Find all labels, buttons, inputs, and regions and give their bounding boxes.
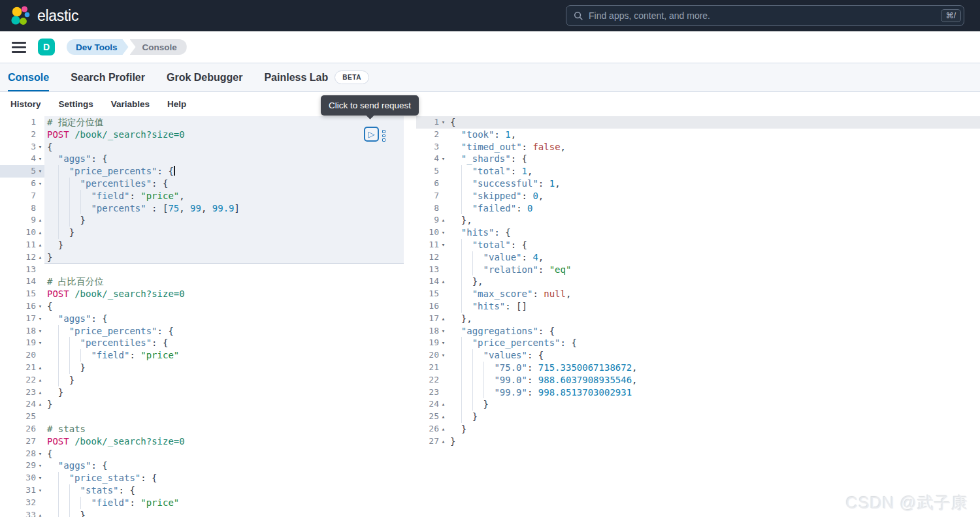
fold-close-icon[interactable]: ▴ xyxy=(36,227,44,239)
code-text[interactable]: POST /book/_search?size=0 xyxy=(44,435,404,448)
fold-close-icon[interactable]: ▴ xyxy=(36,386,44,399)
code-text[interactable]: } xyxy=(44,362,404,374)
code-text[interactable]: "total": { xyxy=(448,239,980,251)
elastic-logo-icon[interactable] xyxy=(9,5,31,27)
code-text[interactable]: } xyxy=(448,423,980,435)
code-text[interactable]: "price_percents": { xyxy=(44,165,404,178)
fold-open-icon[interactable]: ▾ xyxy=(36,141,44,153)
code-text[interactable]: "price_stats": { xyxy=(44,472,404,484)
fold-close-icon[interactable]: ▴ xyxy=(36,398,44,411)
fold-open-icon[interactable]: ▾ xyxy=(36,313,44,325)
code-text[interactable]: } xyxy=(44,374,404,386)
code-text[interactable]: # 占比百分位 xyxy=(44,275,404,288)
code-text[interactable]: "field": "price", xyxy=(44,190,404,202)
menu-variables[interactable]: Variables xyxy=(111,99,150,109)
code-text[interactable]: "aggregations": { xyxy=(448,325,980,337)
code-text[interactable]: "aggs": { xyxy=(44,153,404,165)
code-text[interactable]: "relation": "eq" xyxy=(448,264,980,276)
fold-open-icon[interactable]: ▾ xyxy=(36,484,44,497)
code-text[interactable]: "percentiles": { xyxy=(44,178,404,190)
tab-search-profiler[interactable]: Search Profiler xyxy=(71,63,145,91)
code-text[interactable]: "_shards": { xyxy=(448,153,980,165)
fold-open-icon[interactable]: ▾ xyxy=(36,337,44,349)
request-options-icon[interactable] xyxy=(382,130,385,142)
code-text[interactable]: } xyxy=(44,227,404,239)
tab-grok-debugger[interactable]: Grok Debugger xyxy=(167,63,242,91)
code-text[interactable]: } xyxy=(448,398,980,411)
dev-tools-app-badge[interactable]: D xyxy=(38,39,55,55)
code-text[interactable]: "99.0": 988.6037908935546, xyxy=(448,374,980,386)
code-text[interactable]: { xyxy=(44,448,404,460)
code-text[interactable]: } xyxy=(44,239,404,251)
fold-open-icon[interactable]: ▾ xyxy=(36,300,44,313)
code-text[interactable]: POST /book/_search?size=0 xyxy=(44,129,404,141)
code-text[interactable]: "field": "price" xyxy=(44,349,404,362)
search-input[interactable] xyxy=(589,10,941,21)
code-text[interactable]: # stats xyxy=(44,423,404,435)
breadcrumb-dev-tools[interactable]: Dev Tools xyxy=(67,39,129,55)
code-text[interactable]: { xyxy=(448,116,980,129)
code-text[interactable]: "percentiles": { xyxy=(44,337,404,349)
code-text[interactable]: "percents" : [75, 99, 99.9] xyxy=(44,202,404,215)
fold-open-icon[interactable]: ▾ xyxy=(36,153,44,165)
code-text[interactable]: } xyxy=(448,411,980,423)
code-text[interactable]: "price_percents": { xyxy=(448,337,980,349)
fold-close-icon[interactable]: ▴ xyxy=(439,411,448,423)
code-text[interactable]: "price_percents": { xyxy=(44,325,404,337)
response-viewer[interactable]: 1▾{2"took": 1,3"timed_out": false,4▾"_sh… xyxy=(416,116,980,517)
fold-close-icon[interactable]: ▴ xyxy=(439,398,448,411)
fold-open-icon[interactable]: ▾ xyxy=(439,349,448,362)
code-text[interactable]: } xyxy=(44,398,404,411)
fold-open-icon[interactable]: ▾ xyxy=(439,116,448,129)
code-text[interactable]: "took": 1, xyxy=(448,129,980,141)
fold-close-icon[interactable]: ▴ xyxy=(36,251,44,264)
code-text[interactable]: "successful": 1, xyxy=(448,178,980,190)
code-text[interactable]: POST /book/_search?size=0 xyxy=(44,288,404,300)
code-text[interactable]: } xyxy=(44,214,404,227)
fold-open-icon[interactable]: ▾ xyxy=(36,325,44,337)
code-text[interactable]: }, xyxy=(448,313,980,325)
menu-help[interactable]: Help xyxy=(167,99,186,109)
fold-close-icon[interactable]: ▴ xyxy=(439,275,448,288)
fold-open-icon[interactable]: ▾ xyxy=(36,165,44,178)
fold-close-icon[interactable]: ▴ xyxy=(36,374,44,386)
code-text[interactable]: "hits": [] xyxy=(448,300,980,313)
code-text[interactable]: "aggs": { xyxy=(44,313,404,325)
fold-close-icon[interactable]: ▴ xyxy=(439,423,448,435)
code-text[interactable]: "value": 4, xyxy=(448,251,980,264)
fold-open-icon[interactable]: ▾ xyxy=(439,227,448,239)
code-text[interactable]: { xyxy=(44,300,404,313)
code-text[interactable]: } xyxy=(44,386,404,399)
fold-close-icon[interactable]: ▴ xyxy=(36,239,44,251)
code-text[interactable]: } xyxy=(44,251,404,264)
code-text[interactable]: "values": { xyxy=(448,349,980,362)
menu-settings[interactable]: Settings xyxy=(59,99,93,109)
fold-close-icon[interactable]: ▴ xyxy=(439,435,448,448)
fold-open-icon[interactable]: ▾ xyxy=(439,337,448,349)
code-text[interactable]: } xyxy=(44,509,404,517)
code-text[interactable]: "failed": 0 xyxy=(448,202,980,215)
code-text[interactable]: "hits": { xyxy=(448,227,980,239)
menu-hamburger-icon[interactable] xyxy=(12,42,26,53)
global-search-bar[interactable]: ⌘/ xyxy=(566,5,964,26)
code-text[interactable] xyxy=(44,264,404,276)
code-text[interactable]: }, xyxy=(448,275,980,288)
code-text[interactable]: "aggs": { xyxy=(44,460,404,472)
code-text[interactable]: } xyxy=(448,435,980,448)
fold-open-icon[interactable]: ▾ xyxy=(36,460,44,472)
code-text[interactable]: "field": "price" xyxy=(44,497,404,509)
menu-history[interactable]: History xyxy=(10,99,41,109)
fold-open-icon[interactable]: ▾ xyxy=(439,239,448,251)
code-text[interactable]: "75.0": 715.3350067138672, xyxy=(448,362,980,374)
fold-close-icon[interactable]: ▴ xyxy=(36,214,44,227)
code-text[interactable]: "max_score": null, xyxy=(448,288,980,300)
fold-open-icon[interactable]: ▾ xyxy=(36,178,44,190)
fold-close-icon[interactable]: ▴ xyxy=(36,362,44,374)
tab-console[interactable]: Console xyxy=(8,63,49,91)
fold-close-icon[interactable]: ▴ xyxy=(36,509,44,517)
fold-open-icon[interactable]: ▾ xyxy=(36,448,44,460)
fold-close-icon[interactable]: ▴ xyxy=(439,313,448,325)
code-text[interactable]: "skipped": 0, xyxy=(448,190,980,202)
fold-close-icon[interactable]: ▴ xyxy=(439,214,448,227)
send-request-button[interactable]: ▷ xyxy=(364,127,379,142)
